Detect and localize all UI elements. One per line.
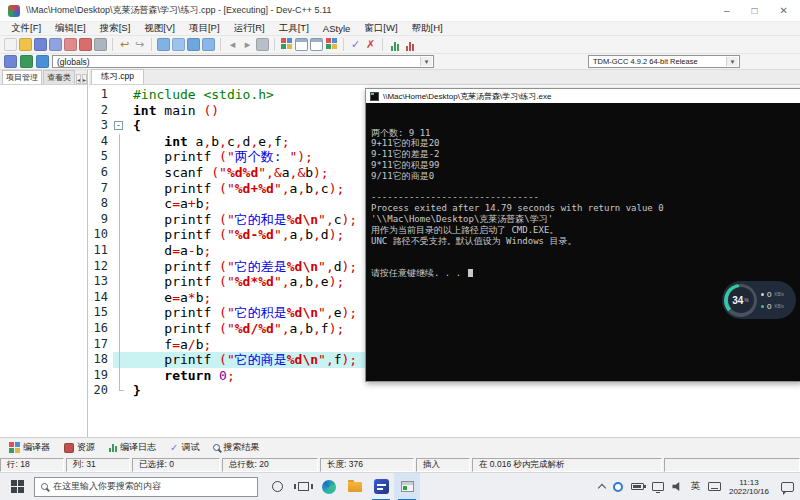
compile-run-icon[interactable] (310, 38, 323, 51)
run-icon[interactable] (295, 38, 308, 51)
line-number[interactable]: 13 (89, 274, 113, 290)
close-file-icon[interactable] (64, 38, 77, 51)
menu-item-help[interactable]: 帮助[H] (405, 22, 450, 35)
line-number[interactable]: 14 (89, 290, 113, 306)
task-view-button[interactable] (290, 473, 316, 500)
maximize-icon[interactable]: □ (752, 5, 758, 16)
ime-indicator[interactable]: 英 (690, 480, 700, 493)
battery-icon[interactable] (631, 483, 644, 490)
goto-line-icon[interactable] (202, 38, 215, 51)
fold-toggle-icon[interactable]: - (114, 121, 123, 130)
line-number[interactable]: 2 (89, 103, 113, 119)
goto-bookmark-icon[interactable] (36, 55, 49, 68)
menu-item-edit[interactable]: 编辑[E] (48, 22, 93, 35)
tab-project-manager[interactable]: 项目管理 (2, 70, 42, 84)
find-next-icon[interactable] (172, 38, 185, 51)
menu-item-window[interactable]: 窗口[W] (357, 22, 404, 35)
menu-item-project[interactable]: 项目[P] (182, 22, 227, 35)
line-number[interactable]: 3 (89, 118, 113, 134)
close-all-icon[interactable] (79, 38, 92, 51)
line-number[interactable]: 10 (89, 227, 113, 243)
line-number[interactable]: 16 (89, 321, 113, 337)
performance-overlay-widget[interactable]: 34% 0 KB/s 0 KB/s (722, 281, 796, 319)
line-number[interactable]: 6 (89, 165, 113, 181)
tab-scroll-right-icon[interactable]: ▸ (82, 74, 87, 84)
class-browser-combobox[interactable]: (globals) ▾ (52, 55, 434, 68)
line-number[interactable]: 9 (89, 212, 113, 228)
menu-item-file[interactable]: 文件[F] (4, 22, 48, 35)
line-number[interactable]: 12 (89, 259, 113, 275)
line-number[interactable]: 5 (89, 149, 113, 165)
bottom-tab-search-results[interactable]: 搜索结果 (206, 439, 266, 456)
tab-class-browser[interactable]: 查看类 (43, 70, 75, 84)
console-titlebar[interactable]: \\Mac\Home\Desktop\克莱汤普森\学习\练习.exe (366, 89, 800, 103)
console-prompt-line: 请按任意键继续. . . (371, 268, 795, 279)
open-file-icon[interactable] (19, 38, 32, 51)
ime-keyboard-icon[interactable] (708, 482, 721, 491)
line-number[interactable]: 8 (89, 196, 113, 212)
abort-icon[interactable] (256, 38, 269, 51)
taskbar-clock[interactable]: 11:13 2022/10/16 (729, 478, 769, 496)
profile-icon[interactable] (388, 38, 401, 51)
console-exe-taskbar-button[interactable] (394, 473, 420, 500)
back-icon[interactable]: ◂ (226, 38, 239, 51)
bottom-tab-debug[interactable]: ✓调试 (163, 439, 206, 456)
undo-icon[interactable]: ↩ (118, 38, 131, 51)
network-rows: 0 KB/s 0 KB/s (761, 290, 784, 311)
bottom-tab-compile-log[interactable]: 编译日志 (102, 439, 163, 456)
menu-item-astyle[interactable]: AStyle (316, 23, 357, 34)
tray-expand-chevron-icon[interactable] (598, 483, 606, 491)
bottom-tab-resource[interactable]: 资源 (57, 439, 102, 456)
print-icon[interactable] (94, 38, 107, 51)
save-icon[interactable] (34, 38, 47, 51)
compile-icon[interactable] (280, 38, 293, 51)
line-number[interactable]: 19 (89, 368, 113, 384)
line-number[interactable]: 4 (89, 134, 113, 150)
taskbar-search-input[interactable]: 在这里输入你要搜索的内容 (34, 477, 258, 497)
chevron-down-icon[interactable]: ▾ (726, 57, 738, 66)
compiler-combobox[interactable]: TDM-GCC 4.9.2 64-bit Release ▾ (588, 55, 740, 68)
menu-item-view[interactable]: 视图[V] (137, 22, 182, 35)
tab-scroll-left-icon[interactable]: ◂ (76, 74, 81, 84)
line-number[interactable]: 15 (89, 305, 113, 321)
cpu-gauge[interactable]: 34% (724, 284, 757, 317)
syntax-check-icon[interactable]: ✓ (349, 38, 362, 51)
line-number[interactable]: 20 (89, 383, 113, 399)
line-number[interactable]: 1 (89, 87, 113, 103)
menu-item-search[interactable]: 搜索[S] (93, 22, 138, 35)
stop-execution-icon[interactable]: ✗ (364, 38, 377, 51)
line-number[interactable]: 11 (89, 243, 113, 259)
replace-icon[interactable] (187, 38, 200, 51)
toggle-bookmark-icon[interactable] (20, 55, 33, 68)
forward-icon[interactable]: ▸ (241, 38, 254, 51)
console-line (371, 182, 795, 193)
insert-icon[interactable] (4, 55, 17, 68)
devcpp-taskbar-button[interactable] (368, 473, 394, 500)
menu-item-tools[interactable]: 工具[T] (272, 22, 316, 35)
close-icon[interactable]: ✕ (780, 5, 788, 16)
line-number[interactable]: 7 (89, 181, 113, 197)
save-all-icon[interactable] (49, 38, 62, 51)
menu-item-execute[interactable]: 运行[R] (227, 22, 272, 35)
editor-tab-active[interactable]: 练习.cpp (91, 69, 144, 84)
cortana-button[interactable] (264, 473, 290, 500)
delete-profiling-icon[interactable] (403, 38, 416, 51)
chevron-down-icon[interactable]: ▾ (420, 57, 432, 66)
display-icon[interactable] (652, 482, 664, 491)
redo-icon[interactable]: ↪ (133, 38, 146, 51)
code-line[interactable]: 20} (89, 383, 800, 399)
tray-security-icon[interactable] (613, 482, 623, 492)
new-file-icon[interactable] (4, 38, 17, 51)
minimize-icon[interactable]: – (724, 5, 730, 16)
edge-button[interactable] (316, 473, 342, 500)
line-number[interactable]: 18 (89, 352, 113, 368)
file-explorer-button[interactable] (342, 473, 368, 500)
notification-center-icon[interactable] (781, 482, 794, 492)
bottom-tab-compiler[interactable]: 编译器 (2, 439, 57, 456)
line-number[interactable]: 17 (89, 337, 113, 353)
start-button[interactable] (0, 473, 34, 500)
volume-icon[interactable] (672, 482, 682, 492)
console-output[interactable]: 两个数: 9 119+11它的和是209-11它的差是-29*11它的积是999… (366, 103, 800, 381)
find-icon[interactable] (157, 38, 170, 51)
rebuild-all-icon[interactable] (325, 38, 338, 51)
